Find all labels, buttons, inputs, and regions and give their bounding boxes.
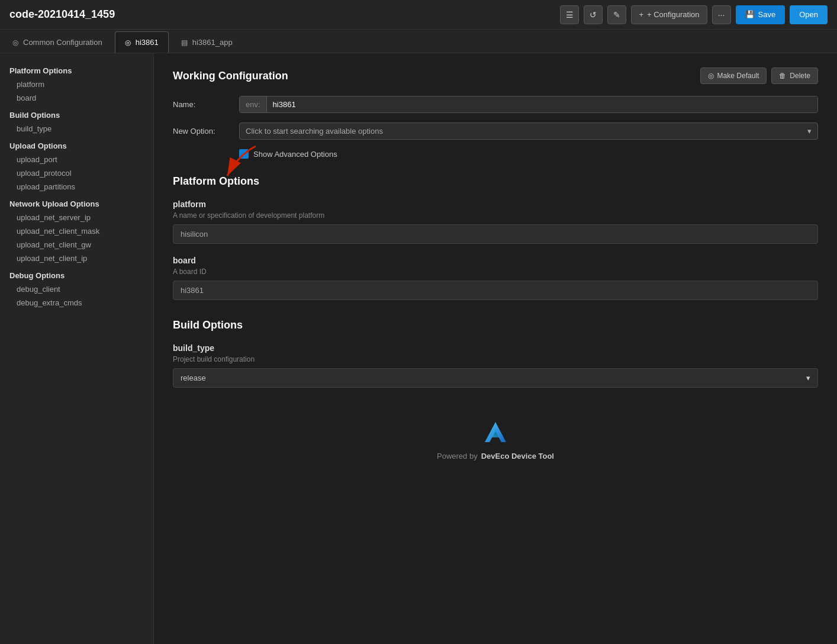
title-bar-right: ☰ ↺ ✎ + + Configuration ··· 💾 Save Open (560, 5, 828, 24)
tab-common-label: Common Configuration (23, 38, 102, 47)
build-type-select[interactable]: release ▾ (173, 368, 818, 388)
name-row: Name: env: hi3861 (173, 96, 818, 113)
sidebar-item-upload-net-server-ip[interactable]: upload_net_server_ip (0, 211, 153, 224)
save-icon: 💾 (745, 10, 755, 19)
build-options-title: Build Options (173, 319, 818, 331)
sidebar-section-build-options: Build Options (0, 105, 153, 122)
make-default-icon: ◎ (708, 72, 714, 80)
build-type-chevron-icon: ▾ (806, 373, 810, 382)
build-type-option-name: build_type (173, 343, 818, 353)
make-default-button[interactable]: ◎ Make Default (700, 67, 767, 84)
sidebar-section-debug-options: Debug Options (0, 265, 153, 282)
name-input-group: env: hi3861 (239, 96, 818, 113)
sidebar-item-upload-partitions[interactable]: upload_partitions (0, 180, 153, 194)
refresh-icon-btn[interactable]: ↺ (584, 5, 603, 24)
footer-text: Powered by DevEco Device Tool (437, 452, 554, 461)
new-option-select[interactable]: Click to start searching available optio… (239, 123, 818, 140)
title-bar-left: code-20210414_1459 (9, 8, 115, 21)
delete-label: Delete (790, 72, 810, 80)
name-prefix: env: (240, 96, 267, 112)
open-button[interactable]: Open (790, 5, 828, 24)
build-type-option-desc: Project build configuration (173, 355, 818, 363)
plus-icon: + (639, 10, 643, 19)
sidebar-item-upload-net-client-mask[interactable]: upload_net_client_mask (0, 224, 153, 238)
show-advanced-row: Show Advanced Options (173, 149, 818, 159)
sidebar-item-upload-net-client-ip[interactable]: upload_net_client_ip (0, 252, 153, 265)
name-label: Name: (173, 100, 232, 109)
sidebar-item-platform[interactable]: platform (0, 78, 153, 91)
open-label: Open (799, 10, 818, 19)
deveco-logo (481, 418, 510, 447)
working-config-title: Working Configuration (173, 70, 288, 82)
platform-options-section: Platform Options platform A name or spec… (173, 175, 818, 300)
platform-option-desc: A name or specification of development p… (173, 211, 818, 220)
platform-option-block: platform A name or specification of deve… (173, 199, 818, 244)
name-value[interactable]: hi3861 (267, 96, 817, 112)
sidebar-item-debug-extra-cmds[interactable]: debug_extra_cmds (0, 296, 153, 310)
tab-hi3861-app-label: hi3861_app (192, 38, 233, 47)
content-area: Working Configuration ◎ Make Default 🗑 D… (154, 53, 837, 644)
tab-common-configuration[interactable]: ◎ Common Configuration (2, 31, 112, 53)
save-label: Save (758, 10, 776, 19)
new-option-placeholder: Click to start searching available optio… (246, 127, 383, 136)
tabs-bar: ◎ Common Configuration ◎ hi3861 ▤ hi3861… (0, 30, 837, 53)
build-type-value: release (181, 373, 206, 382)
add-config-label: + Configuration (647, 10, 700, 19)
sidebar-item-build-type[interactable]: build_type (0, 122, 153, 136)
show-advanced-checkbox[interactable] (239, 149, 249, 159)
delete-button[interactable]: 🗑 Delete (771, 67, 818, 84)
tab-hi3861-app-icon: ▤ (181, 38, 188, 47)
board-option-desc: A board ID (173, 268, 818, 276)
sidebar-section-upload-options: Upload Options (0, 136, 153, 153)
more-options-btn[interactable]: ··· (712, 5, 731, 24)
checkbox-container: Show Advanced Options (239, 149, 818, 159)
board-option-block: board A board ID (173, 256, 818, 300)
save-button[interactable]: 💾 Save (736, 5, 786, 24)
footer: Powered by DevEco Device Tool (173, 407, 818, 470)
main-layout: Platform Options platform board Build Op… (0, 53, 837, 644)
sidebar-section-platform-options: Platform Options (0, 60, 153, 78)
name-input-wrap: env: hi3861 (239, 96, 818, 113)
list-icon-btn[interactable]: ☰ (560, 5, 579, 24)
build-type-option-block: build_type Project build configuration r… (173, 343, 818, 388)
chevron-down-icon: ▾ (807, 127, 812, 136)
scrollable-content[interactable]: Working Configuration ◎ Make Default 🗑 D… (154, 53, 837, 644)
sidebar-item-debug-client[interactable]: debug_client (0, 282, 153, 296)
sidebar: Platform Options platform board Build Op… (0, 53, 154, 644)
tab-hi3861-app[interactable]: ▤ hi3861_app (171, 31, 243, 53)
app-title: code-20210414_1459 (9, 8, 115, 21)
show-advanced-label: Show Advanced Options (253, 150, 337, 159)
board-option-input[interactable] (173, 281, 818, 300)
title-bar: code-20210414_1459 ☰ ↺ ✎ + + Configurati… (0, 0, 837, 30)
edit-icon-btn[interactable]: ✎ (607, 5, 626, 24)
sidebar-section-network-upload-options: Network Upload Options (0, 194, 153, 211)
platform-options-title: Platform Options (173, 175, 818, 188)
brand-label: DevEco Device Tool (481, 452, 554, 461)
new-option-label: New Option: (173, 127, 232, 136)
board-option-name: board (173, 256, 818, 265)
sidebar-item-upload-port[interactable]: upload_port (0, 153, 153, 166)
tab-hi3861-label: hi3861 (136, 38, 159, 47)
make-default-label: Make Default (717, 72, 759, 80)
tab-common-icon: ◎ (12, 38, 18, 47)
sidebar-item-upload-protocol[interactable]: upload_protocol (0, 166, 153, 180)
build-options-section: Build Options build_type Project build c… (173, 319, 818, 388)
tab-hi3861-icon: ◎ (125, 38, 131, 47)
new-option-wrap: Click to start searching available optio… (239, 123, 818, 140)
powered-by-label: Powered by (437, 452, 478, 461)
delete-icon: 🗑 (779, 72, 786, 80)
platform-option-input[interactable] (173, 224, 818, 244)
new-option-row: New Option: Click to start searching ava… (173, 123, 818, 140)
section-actions: ◎ Make Default 🗑 Delete (700, 67, 818, 84)
platform-option-name: platform (173, 199, 818, 209)
working-config-header: Working Configuration ◎ Make Default 🗑 D… (173, 67, 818, 84)
sidebar-item-board[interactable]: board (0, 91, 153, 105)
tab-hi3861[interactable]: ◎ hi3861 (115, 31, 169, 53)
add-configuration-button[interactable]: + + Configuration (631, 5, 707, 24)
sidebar-item-upload-net-client-gw[interactable]: upload_net_client_gw (0, 238, 153, 252)
